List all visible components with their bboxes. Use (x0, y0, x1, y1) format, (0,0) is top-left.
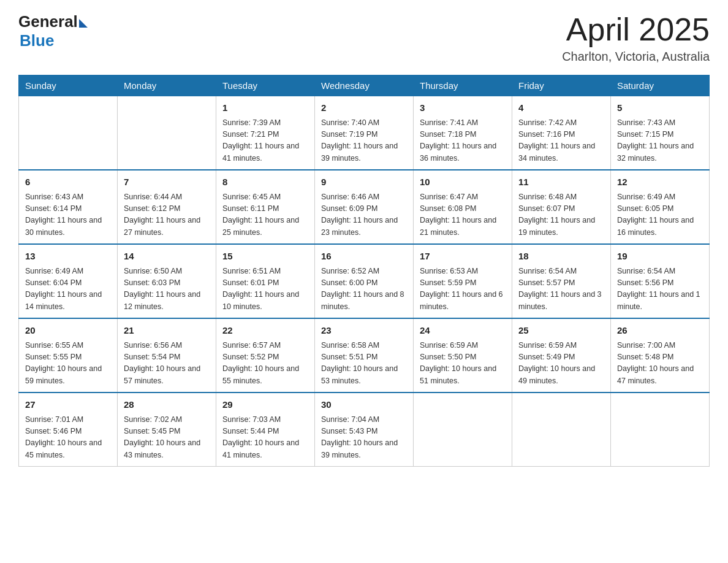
col-wednesday: Wednesday (315, 75, 414, 96)
table-row: 7Sunrise: 6:44 AMSunset: 6:12 PMDaylight… (118, 170, 216, 244)
day-info: Sunrise: 6:58 AMSunset: 5:51 PMDaylight:… (321, 340, 407, 388)
day-info: Sunrise: 6:43 AMSunset: 6:14 PMDaylight:… (25, 191, 111, 239)
day-info: Sunrise: 6:54 AMSunset: 5:57 PMDaylight:… (518, 266, 604, 313)
day-info: Sunrise: 6:48 AMSunset: 6:07 PMDaylight:… (518, 191, 604, 239)
table-row: 24Sunrise: 6:59 AMSunset: 5:50 PMDayligh… (414, 318, 512, 393)
day-info: Sunrise: 6:57 AMSunset: 5:52 PMDaylight:… (222, 340, 308, 388)
table-row (512, 393, 611, 467)
day-info: Sunrise: 6:51 AMSunset: 6:01 PMDaylight:… (222, 266, 308, 313)
calendar-week-row: 13Sunrise: 6:49 AMSunset: 6:04 PMDayligh… (19, 244, 710, 318)
day-number: 8 (222, 175, 308, 190)
day-number: 3 (420, 101, 506, 115)
day-info: Sunrise: 7:00 AMSunset: 5:48 PMDaylight:… (617, 340, 703, 388)
table-row: 2Sunrise: 7:40 AMSunset: 7:19 PMDaylight… (315, 96, 414, 170)
day-info: Sunrise: 6:50 AMSunset: 6:03 PMDaylight:… (124, 266, 210, 313)
table-row: 15Sunrise: 6:51 AMSunset: 6:01 PMDayligh… (216, 244, 315, 318)
table-row (414, 393, 512, 467)
day-info: Sunrise: 7:01 AMSunset: 5:46 PMDaylight:… (25, 414, 111, 462)
day-number: 9 (321, 175, 407, 190)
calendar-week-row: 1Sunrise: 7:39 AMSunset: 7:21 PMDaylight… (19, 96, 710, 170)
page-header: General Blue April 2025 Charlton, Victor… (18, 12, 710, 64)
table-row: 16Sunrise: 6:52 AMSunset: 6:00 PMDayligh… (315, 244, 414, 318)
day-number: 25 (518, 324, 604, 338)
table-row: 13Sunrise: 6:49 AMSunset: 6:04 PMDayligh… (19, 244, 118, 318)
day-info: Sunrise: 6:49 AMSunset: 6:04 PMDaylight:… (25, 266, 111, 313)
day-number: 29 (222, 398, 308, 412)
day-info: Sunrise: 7:39 AMSunset: 7:21 PMDaylight:… (222, 117, 308, 165)
table-row (19, 96, 118, 170)
table-row: 25Sunrise: 6:59 AMSunset: 5:49 PMDayligh… (512, 318, 611, 393)
col-thursday: Thursday (414, 75, 512, 96)
day-number: 1 (222, 101, 308, 115)
day-info: Sunrise: 6:59 AMSunset: 5:50 PMDaylight:… (420, 340, 506, 388)
logo: General Blue (18, 12, 88, 50)
day-number: 6 (25, 175, 111, 190)
day-number: 24 (420, 324, 506, 338)
table-row: 20Sunrise: 6:55 AMSunset: 5:55 PMDayligh… (19, 318, 118, 393)
table-row: 4Sunrise: 7:42 AMSunset: 7:16 PMDaylight… (512, 96, 611, 170)
day-number: 17 (420, 250, 506, 264)
day-info: Sunrise: 6:55 AMSunset: 5:55 PMDaylight:… (25, 340, 111, 388)
table-row: 11Sunrise: 6:48 AMSunset: 6:07 PMDayligh… (512, 170, 611, 244)
table-row: 29Sunrise: 7:03 AMSunset: 5:44 PMDayligh… (216, 393, 315, 467)
day-info: Sunrise: 6:44 AMSunset: 6:12 PMDaylight:… (124, 191, 210, 239)
day-number: 20 (25, 324, 111, 338)
day-number: 5 (617, 101, 703, 115)
table-row: 14Sunrise: 6:50 AMSunset: 6:03 PMDayligh… (118, 244, 216, 318)
day-info: Sunrise: 6:52 AMSunset: 6:00 PMDaylight:… (321, 266, 407, 313)
table-row: 18Sunrise: 6:54 AMSunset: 5:57 PMDayligh… (512, 244, 611, 318)
table-row: 8Sunrise: 6:45 AMSunset: 6:11 PMDaylight… (216, 170, 315, 244)
day-number: 30 (321, 398, 407, 412)
day-number: 7 (124, 175, 210, 190)
col-saturday: Saturday (611, 75, 710, 96)
day-number: 22 (222, 324, 308, 338)
table-row: 6Sunrise: 6:43 AMSunset: 6:14 PMDaylight… (19, 170, 118, 244)
day-number: 27 (25, 398, 111, 412)
day-info: Sunrise: 6:46 AMSunset: 6:09 PMDaylight:… (321, 191, 407, 239)
logo-blue-text: Blue (20, 31, 88, 50)
calendar-header-row: Sunday Monday Tuesday Wednesday Thursday… (19, 75, 710, 96)
col-friday: Friday (512, 75, 611, 96)
day-number: 21 (124, 324, 210, 338)
col-monday: Monday (118, 75, 216, 96)
day-info: Sunrise: 7:03 AMSunset: 5:44 PMDaylight:… (222, 414, 308, 462)
day-info: Sunrise: 6:59 AMSunset: 5:49 PMDaylight:… (518, 340, 604, 388)
title-block: April 2025 Charlton, Victoria, Australia (562, 12, 710, 64)
day-number: 15 (222, 250, 308, 264)
day-info: Sunrise: 7:02 AMSunset: 5:45 PMDaylight:… (124, 414, 210, 462)
day-info: Sunrise: 6:49 AMSunset: 6:05 PMDaylight:… (617, 191, 703, 239)
day-info: Sunrise: 6:47 AMSunset: 6:08 PMDaylight:… (420, 191, 506, 239)
table-row: 10Sunrise: 6:47 AMSunset: 6:08 PMDayligh… (414, 170, 512, 244)
day-number: 16 (321, 250, 407, 264)
logo-general-text: General (18, 12, 78, 31)
table-row: 21Sunrise: 6:56 AMSunset: 5:54 PMDayligh… (118, 318, 216, 393)
day-info: Sunrise: 6:54 AMSunset: 5:56 PMDaylight:… (617, 266, 703, 313)
table-row: 19Sunrise: 6:54 AMSunset: 5:56 PMDayligh… (611, 244, 710, 318)
col-tuesday: Tuesday (216, 75, 315, 96)
day-number: 12 (617, 175, 703, 190)
month-year-title: April 2025 (562, 12, 710, 47)
table-row: 12Sunrise: 6:49 AMSunset: 6:05 PMDayligh… (611, 170, 710, 244)
day-info: Sunrise: 7:04 AMSunset: 5:43 PMDaylight:… (321, 414, 407, 462)
table-row: 17Sunrise: 6:53 AMSunset: 5:59 PMDayligh… (414, 244, 512, 318)
day-info: Sunrise: 7:40 AMSunset: 7:19 PMDaylight:… (321, 117, 407, 165)
day-number: 18 (518, 250, 604, 264)
table-row: 23Sunrise: 6:58 AMSunset: 5:51 PMDayligh… (315, 318, 414, 393)
day-number: 11 (518, 175, 604, 190)
table-row: 9Sunrise: 6:46 AMSunset: 6:09 PMDaylight… (315, 170, 414, 244)
table-row: 3Sunrise: 7:41 AMSunset: 7:18 PMDaylight… (414, 96, 512, 170)
calendar-table: Sunday Monday Tuesday Wednesday Thursday… (18, 75, 710, 467)
table-row: 22Sunrise: 6:57 AMSunset: 5:52 PMDayligh… (216, 318, 315, 393)
day-number: 23 (321, 324, 407, 338)
day-number: 19 (617, 250, 703, 264)
day-number: 4 (518, 101, 604, 115)
table-row: 30Sunrise: 7:04 AMSunset: 5:43 PMDayligh… (315, 393, 414, 467)
day-info: Sunrise: 7:43 AMSunset: 7:15 PMDaylight:… (617, 117, 703, 165)
day-info: Sunrise: 6:56 AMSunset: 5:54 PMDaylight:… (124, 340, 210, 388)
calendar-week-row: 27Sunrise: 7:01 AMSunset: 5:46 PMDayligh… (19, 393, 710, 467)
day-number: 2 (321, 101, 407, 115)
calendar-week-row: 20Sunrise: 6:55 AMSunset: 5:55 PMDayligh… (19, 318, 710, 393)
day-info: Sunrise: 6:53 AMSunset: 5:59 PMDaylight:… (420, 266, 506, 313)
calendar-week-row: 6Sunrise: 6:43 AMSunset: 6:14 PMDaylight… (19, 170, 710, 244)
table-row (118, 96, 216, 170)
